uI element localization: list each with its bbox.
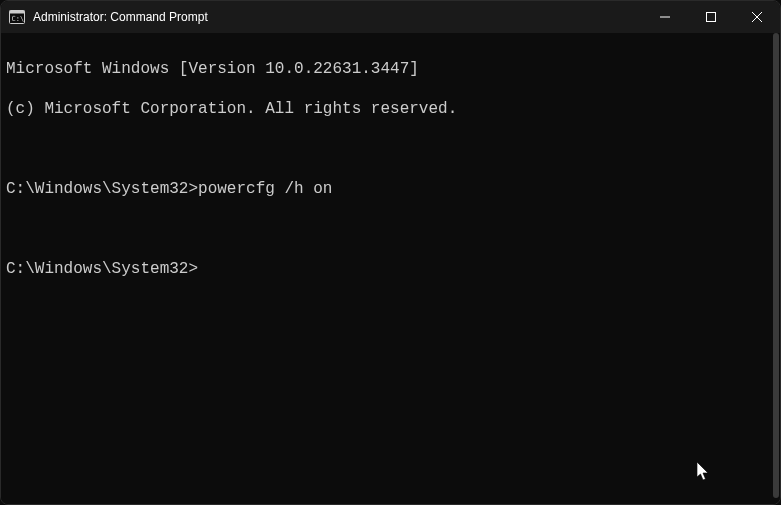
prompt-path: C:\Windows\System32> <box>6 260 198 278</box>
window-title: Administrator: Command Prompt <box>33 10 208 24</box>
maximize-button[interactable] <box>688 1 734 33</box>
titlebar-left: C:\ Administrator: Command Prompt <box>9 9 208 25</box>
terminal-output-line: Microsoft Windows [Version 10.0.22631.34… <box>6 59 775 79</box>
cmd-icon: C:\ <box>9 9 25 25</box>
close-button[interactable] <box>734 1 780 33</box>
terminal-body[interactable]: Microsoft Windows [Version 10.0.22631.34… <box>1 33 780 505</box>
command-text: powercfg /h on <box>198 180 332 198</box>
svg-rect-1 <box>10 11 25 14</box>
minimize-button[interactable] <box>642 1 688 33</box>
svg-rect-4 <box>707 13 716 22</box>
terminal-prompt-line: C:\Windows\System32> <box>6 259 775 279</box>
terminal-blank-line <box>6 219 775 239</box>
svg-text:C:\: C:\ <box>12 15 25 23</box>
terminal-prompt-line: C:\Windows\System32>powercfg /h on <box>6 179 775 199</box>
scrollbar-thumb[interactable] <box>773 33 779 498</box>
terminal-blank-line <box>6 139 775 159</box>
terminal-output-line: (c) Microsoft Corporation. All rights re… <box>6 99 775 119</box>
titlebar[interactable]: C:\ Administrator: Command Prompt <box>1 1 780 33</box>
scrollbar[interactable] <box>772 33 780 498</box>
window-controls <box>642 1 780 33</box>
prompt-path: C:\Windows\System32> <box>6 180 198 198</box>
